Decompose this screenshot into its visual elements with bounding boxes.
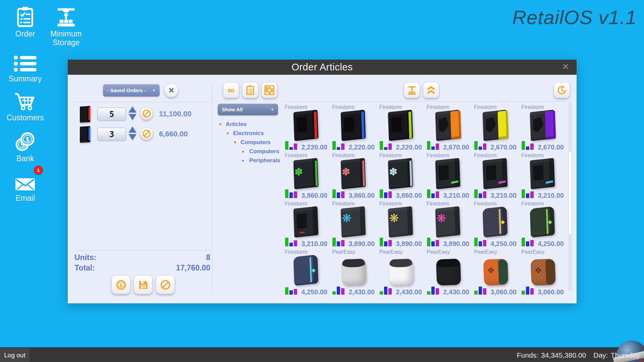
product-image: ✽ <box>291 157 322 190</box>
product-card[interactable]: PearEasy 2,430.00 <box>425 249 472 297</box>
quantity-stepper[interactable] <box>128 126 137 142</box>
quantity-input[interactable] <box>97 108 126 121</box>
order-list-button[interactable] <box>242 82 258 98</box>
scrollbar-thumb[interactable] <box>568 151 572 235</box>
product-card[interactable]: Firestorm ❋ 3,890.00 <box>425 201 472 249</box>
grid-scrollbar <box>568 102 572 291</box>
product-card[interactable]: Firestorm ❋ 3,890.00 <box>330 201 377 249</box>
filter-dropdown[interactable]: Show All ▼ <box>218 104 278 115</box>
product-image: ❖ <box>480 254 511 287</box>
minimum-storage-icon <box>407 85 417 95</box>
product-card[interactable]: PearEasy 2,430.00 <box>377 249 425 297</box>
minimum-storage-order-button[interactable] <box>404 82 420 98</box>
product-card[interactable]: Firestorm 3,210.00 <box>472 153 519 201</box>
funds-value: 34,345,380.00 <box>541 351 586 359</box>
category-tree-item[interactable]: ▼ Electronics <box>218 129 280 138</box>
product-image <box>338 254 369 287</box>
stock-bars-icon <box>474 140 487 150</box>
category-tree-item[interactable]: ▼ Articles <box>218 120 280 129</box>
remove-item-button[interactable] <box>140 127 153 140</box>
product-card[interactable]: Firestorm 2,670.00 <box>472 104 519 153</box>
grid-toolbar <box>404 82 439 98</box>
product-price: 3,860.00 <box>301 192 327 199</box>
product-card[interactable]: Firestorm ◆ 4,250.00 <box>472 201 519 249</box>
product-card[interactable]: Firestorm 2,220.00 <box>283 104 330 153</box>
divider <box>283 101 566 102</box>
stock-bars-icon <box>522 189 534 198</box>
category-tree-item[interactable]: ● Computers <box>218 147 280 156</box>
order-row-price: 11,100.00 <box>159 110 192 118</box>
quantity-stepper[interactable] <box>128 106 137 122</box>
order-row: 6,660.00 <box>74 124 212 144</box>
product-card[interactable]: Firestorm 3,210.00 <box>519 153 567 201</box>
order-clipboard-icon <box>16 6 34 27</box>
show-all-stock-button[interactable]: ∞ <box>223 82 239 98</box>
product-card[interactable]: Firestorm 3,210.00 <box>283 201 330 249</box>
product-card[interactable]: PearEasy ❖ 3,060.00 <box>519 249 567 297</box>
stepper-down-icon <box>128 134 137 140</box>
save-order-button[interactable] <box>133 275 153 294</box>
logout-button[interactable]: Log out <box>0 348 30 362</box>
stock-bars-icon <box>427 140 440 150</box>
order-actions: $ <box>111 275 175 294</box>
stepper-down-icon <box>128 114 137 120</box>
product-card[interactable]: Firestorm ❋ 3,890.00 <box>377 201 425 249</box>
sidebar-item-minimum-storage[interactable]: Minimum Storage <box>41 5 91 47</box>
product-image <box>480 157 511 190</box>
stock-bars-icon <box>332 285 345 295</box>
stock-bars-icon <box>522 237 534 246</box>
cancel-order-button[interactable] <box>156 275 175 294</box>
product-card[interactable]: Firestorm 2,220.00 <box>377 104 425 153</box>
product-price: 2,430.00 <box>396 288 422 296</box>
pay-order-button[interactable]: $ <box>111 275 130 294</box>
stock-bars-icon <box>380 189 392 198</box>
sidebar-label: Bank <box>0 154 50 163</box>
product-card[interactable]: PearEasy ❖ 3,060.00 <box>472 249 519 297</box>
tree-bullet-icon: ▼ <box>218 122 226 127</box>
units-label: Units: <box>74 253 96 262</box>
stock-bars-icon <box>522 285 534 295</box>
product-grid: Firestorm 2,220.00 <box>283 104 567 297</box>
units-value: 8 <box>206 253 210 262</box>
product-card[interactable]: Firestorm ✽ 3,860.00 <box>377 153 425 201</box>
svg-text:$: $ <box>25 136 29 143</box>
saved-orders-dropdown[interactable]: - Saved Orders - ▼ <box>103 84 160 97</box>
product-card[interactable]: PearEasy 2,430.00 <box>330 249 377 297</box>
svg-text:$: $ <box>119 282 122 288</box>
remove-item-button[interactable] <box>140 107 153 120</box>
order-history-button[interactable] <box>554 82 570 98</box>
stock-bars-icon <box>285 237 298 246</box>
clear-order-button[interactable]: ✕ <box>164 83 178 98</box>
stock-bars-icon <box>474 285 487 295</box>
product-card[interactable]: Firestorm ✽ 3,860.00 <box>283 153 330 201</box>
product-price: 3,890.00 <box>396 240 422 248</box>
tree-bullet-icon: ▼ <box>233 140 240 145</box>
product-image <box>291 109 322 142</box>
sidebar-item-bank[interactable]: $ $ Bank <box>0 130 50 163</box>
product-image <box>480 109 511 142</box>
clear-icon: ✕ <box>168 86 174 95</box>
floppy-disk-icon <box>138 280 148 290</box>
product-card[interactable]: Firestorm ✽ 3,860.00 <box>330 153 377 201</box>
product-card[interactable]: Firestorm 2,220.00 <box>330 104 377 153</box>
product-card[interactable]: Firestorm 2,670.00 <box>519 104 567 153</box>
ban-icon <box>160 280 171 290</box>
product-card[interactable]: Firestorm 3,210.00 <box>425 153 472 201</box>
product-card[interactable]: Firestorm 2,670.00 <box>425 104 472 153</box>
quantity-input[interactable] <box>97 128 126 141</box>
fill-up-button[interactable] <box>423 82 439 98</box>
chevron-down-icon: ▼ <box>271 108 274 111</box>
category-tree-item[interactable]: ▼ Computers <box>218 138 280 147</box>
shelf-view-button[interactable] <box>261 82 277 98</box>
order-rows-list: 11,100.00 6,660.00 <box>74 104 212 144</box>
close-icon[interactable]: ✕ <box>562 62 569 71</box>
sidebar-item-email[interactable]: 1 Email <box>0 170 50 202</box>
product-card[interactable]: Firestorm ◆ 4,250.00 <box>519 201 567 249</box>
divider <box>74 250 212 251</box>
stock-bars-icon <box>522 140 534 150</box>
product-image <box>433 157 464 190</box>
product-card[interactable]: Firestorm ◆ 4,250.00 <box>283 249 330 297</box>
sidebar-item-summary[interactable]: Summary <box>0 50 50 83</box>
sidebar-item-customers[interactable]: Customers <box>0 89 50 122</box>
category-tree-item[interactable]: ● Peripherals <box>218 156 280 165</box>
